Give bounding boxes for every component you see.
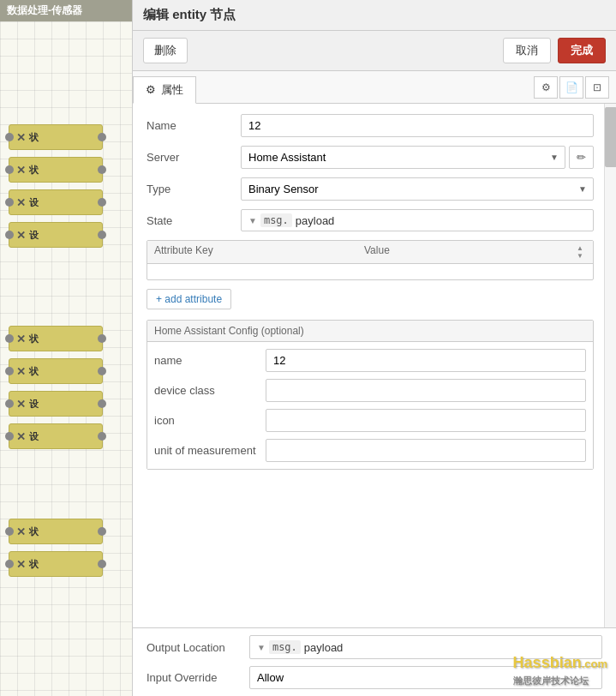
- type-row: Type Binary Sensor ▼: [147, 177, 594, 201]
- sidebar: 数据处理-传感器 ✕ 状 ✕ 状 ✕ 设 ✕ 设 ✕: [0, 0, 133, 696]
- ha-name-input[interactable]: [266, 349, 586, 372]
- port-right-7: [98, 399, 106, 408]
- scrollbar-track: [604, 104, 616, 627]
- node-5[interactable]: ✕ 状: [9, 326, 103, 351]
- chi-icon-3: ✕: [16, 196, 26, 209]
- gear-tab-icon: ⚙: [146, 83, 156, 96]
- port-right-1: [98, 133, 106, 141]
- attr-scroll-down[interactable]: ▼: [577, 252, 583, 260]
- name-input[interactable]: [241, 114, 594, 137]
- toolbar: 删除 取消 完成: [133, 31, 616, 71]
- node-9[interactable]: ✕ 状: [9, 519, 103, 544]
- node-4[interactable]: ✕ 设: [9, 222, 103, 248]
- input-override-row: Input Override: [147, 666, 602, 689]
- ha-device-class-input[interactable]: [266, 379, 586, 402]
- chi-icon-4: ✕: [16, 229, 26, 242]
- node-label-5: 状: [29, 333, 39, 345]
- tab-properties[interactable]: ⚙ 属性: [133, 76, 196, 104]
- chi-icon-9: ✕: [16, 525, 26, 538]
- name-label: Name: [147, 119, 241, 132]
- chi-icon-8: ✕: [16, 430, 26, 443]
- server-select[interactable]: Home Assistant: [241, 146, 565, 169]
- node-1[interactable]: ✕ 状: [9, 124, 103, 150]
- ha-unit-input[interactable]: [266, 439, 586, 462]
- output-dropdown-arrow[interactable]: ▼: [257, 643, 266, 652]
- chi-icon-1: ✕: [16, 131, 26, 144]
- state-row: State ▼ msg. payload: [147, 209, 594, 231]
- ha-device-class-row: device class: [154, 379, 586, 402]
- chi-icon-6: ✕: [16, 365, 26, 378]
- type-label: Type: [147, 183, 241, 195]
- delete-button[interactable]: 删除: [143, 38, 188, 63]
- output-msg-badge: msg.: [269, 640, 301, 654]
- port-left-3: [5, 198, 14, 207]
- node-10[interactable]: ✕ 状: [9, 551, 103, 577]
- tab-icon-group: ⚙ 📄 ⊡: [534, 76, 616, 99]
- state-input-wrapper: ▼ msg. payload: [241, 209, 594, 231]
- add-attribute-button[interactable]: + add attribute: [147, 289, 231, 309]
- type-select-wrapper: Binary Sensor ▼: [241, 177, 594, 201]
- input-override-input[interactable]: [249, 666, 602, 689]
- sidebar-title: 数据处理-传感器: [0, 0, 132, 21]
- done-button[interactable]: 完成: [558, 38, 606, 63]
- ha-unit-label: unit of measurement: [154, 444, 266, 457]
- port-right-10: [98, 560, 106, 568]
- scrollbar-thumb[interactable]: [605, 107, 616, 167]
- port-left-6: [5, 367, 14, 375]
- server-label: Server: [147, 151, 241, 164]
- name-row: Name: [147, 114, 594, 137]
- tab-bar: ⚙ 属性 ⚙ 📄 ⊡: [133, 71, 616, 104]
- attr-scroll-up[interactable]: ▲: [577, 244, 583, 252]
- form-content: Name Server Home Assistant ▼ ✏ Type: [133, 104, 616, 627]
- tab-doc-icon-btn[interactable]: 📄: [559, 76, 583, 99]
- attr-val-header: Value: [364, 244, 574, 260]
- chi-icon-2: ✕: [16, 164, 26, 177]
- attr-body-empty: [147, 264, 593, 279]
- tab-settings-icon-btn[interactable]: ⚙: [534, 76, 558, 99]
- server-select-wrapper: Home Assistant ▼: [241, 146, 565, 169]
- node-8[interactable]: ✕ 设: [9, 423, 103, 449]
- cancel-button[interactable]: 取消: [503, 38, 551, 63]
- node-2[interactable]: ✕ 状: [9, 157, 103, 183]
- ha-unit-row: unit of measurement: [154, 439, 586, 462]
- port-right-5: [98, 334, 106, 343]
- type-select[interactable]: Binary Sensor: [241, 177, 594, 201]
- port-right-8: [98, 432, 106, 441]
- node-label-4: 设: [29, 229, 39, 242]
- port-left-10: [5, 560, 14, 568]
- chi-icon-5: ✕: [16, 333, 26, 345]
- state-label: State: [147, 214, 241, 227]
- ha-device-class-label: device class: [154, 384, 266, 397]
- tab-node-icon-btn[interactable]: ⊡: [585, 76, 609, 99]
- port-right-4: [98, 231, 106, 239]
- node-label-8: 设: [29, 430, 39, 443]
- node-7[interactable]: ✕ 设: [9, 391, 103, 417]
- port-left-7: [5, 399, 14, 408]
- node-label-2: 状: [29, 164, 39, 177]
- node-canvas: ✕ 状 ✕ 状 ✕ 设 ✕ 设 ✕ 状: [0, 21, 132, 696]
- ha-config-body: name device class icon: [147, 342, 593, 469]
- node-3[interactable]: ✕ 设: [9, 189, 103, 215]
- port-left-1: [5, 133, 14, 141]
- port-right-3: [98, 198, 106, 207]
- ha-name-label: name: [154, 354, 266, 367]
- chi-icon-10: ✕: [16, 558, 26, 571]
- state-msg-badge: msg.: [260, 213, 292, 227]
- chi-icon-7: ✕: [16, 398, 26, 411]
- server-row: Server Home Assistant ▼ ✏: [147, 146, 594, 169]
- edit-server-button[interactable]: ✏: [569, 146, 594, 169]
- port-left-8: [5, 432, 14, 441]
- node-label-6: 状: [29, 365, 39, 378]
- attr-key-header: Attribute Key: [154, 244, 364, 260]
- main-panel: 编辑 entity 节点 删除 取消 完成 ⚙ 属性 ⚙ 📄 ⊡ Name: [133, 0, 616, 696]
- node-6[interactable]: ✕ 状: [9, 358, 103, 384]
- panel-header: 编辑 entity 节点: [133, 0, 616, 31]
- ha-icon-input[interactable]: [266, 409, 586, 432]
- tab-properties-label: 属性: [161, 82, 183, 98]
- panel-title: 编辑 entity 节点: [143, 7, 236, 23]
- state-dropdown-arrow[interactable]: ▼: [248, 216, 257, 225]
- state-payload-text: payload: [296, 214, 335, 227]
- port-right-6: [98, 367, 106, 375]
- ha-icon-row: icon: [154, 409, 586, 432]
- port-left-9: [5, 527, 14, 536]
